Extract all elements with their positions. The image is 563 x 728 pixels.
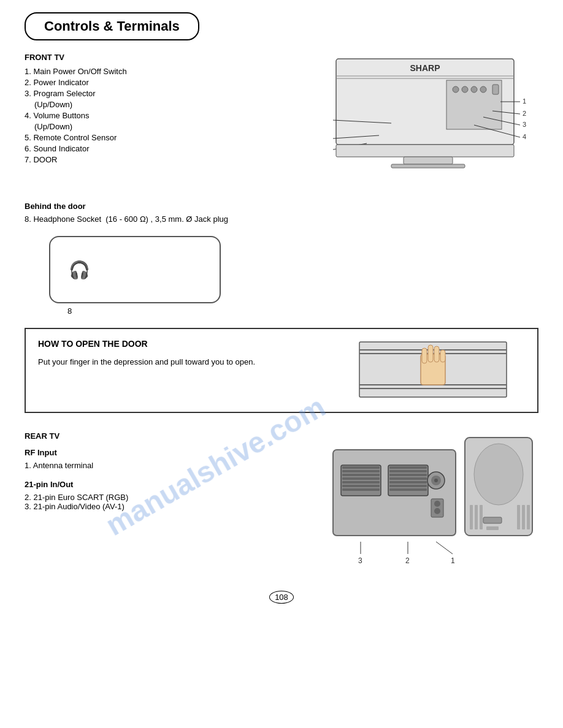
list-item: 1. Antenna terminal bbox=[25, 461, 318, 470]
headphone-item: 8. Headphone Socket (16 - 600 Ω) , 3,5 m… bbox=[25, 214, 538, 224]
list-item: 2. Power Indicator bbox=[25, 78, 318, 87]
svg-text:3: 3 bbox=[358, 556, 362, 565]
page-number: 108 bbox=[269, 591, 294, 604]
how-to-open-box: HOW TO OPEN THE DOOR Put your finger in … bbox=[25, 328, 538, 413]
front-tv-diagram: SHARP 1 2 3 4 5 bbox=[330, 53, 538, 189]
svg-rect-38 bbox=[341, 465, 381, 496]
svg-rect-33 bbox=[422, 348, 427, 363]
list-item: 3. 21-pin Audio/Video (AV-1) bbox=[25, 502, 318, 511]
page-title: Controls & Terminals bbox=[44, 18, 180, 34]
svg-rect-35 bbox=[434, 346, 439, 362]
svg-text:1: 1 bbox=[451, 556, 455, 565]
svg-point-56 bbox=[434, 479, 438, 482]
list-item: (Up/Down) bbox=[25, 122, 318, 131]
page-number-container: 108 bbox=[25, 593, 538, 602]
how-to-open-title: HOW TO OPEN THE DOOR bbox=[38, 339, 341, 349]
svg-rect-40 bbox=[342, 470, 380, 472]
list-item: 5. Remote Control Sensor bbox=[25, 133, 318, 142]
svg-rect-24 bbox=[336, 145, 514, 157]
headphone-icon: 🎧 bbox=[69, 260, 90, 280]
svg-rect-62 bbox=[470, 505, 473, 529]
front-tv-list: 1. Main Power On/Off Switch 2. Power Ind… bbox=[25, 67, 318, 164]
svg-point-6 bbox=[462, 86, 468, 93]
rear-tv-section: REAR TV RF Input 1. Antenna terminal 21-… bbox=[25, 431, 538, 580]
list-item: 1. Main Power On/Off Switch bbox=[25, 67, 318, 76]
svg-rect-45 bbox=[342, 488, 380, 491]
list-item: 6. Sound Indicator bbox=[25, 144, 318, 153]
svg-line-74 bbox=[436, 542, 453, 554]
behind-door-header: Behind the door bbox=[25, 202, 538, 211]
svg-rect-51 bbox=[389, 481, 427, 483]
svg-rect-66 bbox=[522, 505, 525, 529]
pin21-header: 21-pin In/Out bbox=[25, 480, 318, 489]
list-item: 2. 21-pin Euro SCART (RGB) bbox=[25, 493, 318, 502]
rf-input-header: RF Input bbox=[25, 448, 318, 457]
svg-rect-9 bbox=[492, 85, 499, 94]
svg-text:2: 2 bbox=[523, 110, 526, 117]
headphone-diagram: 🎧 bbox=[49, 236, 221, 303]
svg-point-8 bbox=[480, 86, 486, 93]
headphone-label: 8 bbox=[67, 306, 72, 316]
svg-rect-41 bbox=[342, 474, 380, 476]
rear-tv-svg: 3 2 1 bbox=[330, 431, 538, 578]
svg-rect-65 bbox=[517, 505, 520, 529]
front-tv-header: FRONT TV bbox=[25, 53, 318, 62]
svg-rect-67 bbox=[527, 505, 530, 529]
rear-tv-header: REAR TV bbox=[25, 431, 318, 441]
svg-text:4: 4 bbox=[523, 133, 526, 140]
svg-text:1: 1 bbox=[523, 97, 526, 105]
svg-rect-25 bbox=[404, 157, 453, 164]
rear-tv-diagram: 3 2 1 bbox=[330, 431, 538, 580]
svg-point-61 bbox=[474, 444, 523, 505]
svg-point-59 bbox=[434, 508, 440, 514]
svg-rect-64 bbox=[480, 505, 483, 529]
svg-rect-34 bbox=[428, 345, 433, 362]
how-to-open-description: Put your finger in the depression and pu… bbox=[38, 356, 341, 368]
list-item: 7. DOOR bbox=[25, 155, 318, 164]
svg-rect-48 bbox=[389, 470, 427, 472]
list-item: 3. Program Selector bbox=[25, 89, 318, 98]
svg-rect-46 bbox=[388, 465, 428, 496]
page-title-box: Controls & Terminals bbox=[25, 12, 199, 40]
svg-rect-39 bbox=[342, 466, 380, 469]
list-item: (Up/Down) bbox=[25, 100, 318, 109]
svg-point-5 bbox=[453, 86, 459, 93]
door-diagram-svg bbox=[353, 339, 513, 400]
svg-rect-36 bbox=[440, 350, 445, 362]
svg-point-7 bbox=[471, 86, 477, 93]
svg-text:SHARP: SHARP bbox=[410, 63, 440, 73]
svg-rect-52 bbox=[389, 485, 427, 487]
svg-rect-43 bbox=[342, 481, 380, 483]
svg-rect-47 bbox=[389, 466, 427, 469]
behind-door-section: Behind the door 8. Headphone Socket (16 … bbox=[25, 202, 538, 303]
list-item: 4. Volume Buttons bbox=[25, 111, 318, 120]
svg-rect-63 bbox=[475, 505, 478, 529]
svg-rect-26 bbox=[391, 164, 465, 168]
svg-rect-69 bbox=[486, 526, 499, 530]
svg-text:2: 2 bbox=[405, 556, 410, 565]
svg-rect-68 bbox=[483, 517, 502, 523]
svg-rect-50 bbox=[389, 477, 427, 480]
svg-rect-53 bbox=[389, 488, 427, 491]
svg-text:3: 3 bbox=[523, 121, 526, 128]
how-to-open-diagram bbox=[353, 339, 525, 402]
svg-point-58 bbox=[434, 501, 440, 507]
svg-rect-42 bbox=[342, 477, 380, 480]
front-tv-svg: SHARP 1 2 3 4 5 bbox=[330, 53, 526, 188]
svg-rect-49 bbox=[389, 474, 427, 476]
svg-rect-44 bbox=[342, 485, 380, 487]
